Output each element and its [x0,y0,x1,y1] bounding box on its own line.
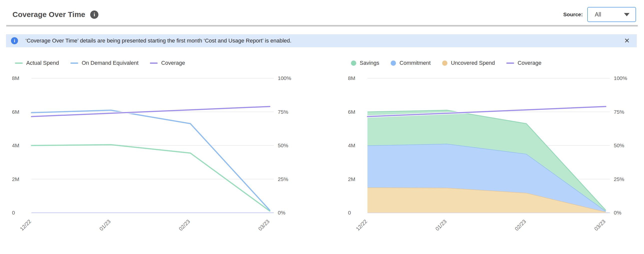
header-title-group: Coverage Over Time i [12,10,98,19]
legend-line-marker [15,63,23,64]
header-divider [6,25,638,27]
legend-item-coverage[interactable]: Coverage [506,60,541,66]
right-axis-tick-label: 25% [278,176,288,182]
legend-label: On Demand Equivalent [82,60,138,66]
series-line-actual-spend [32,145,270,211]
area-chart-canvas: 00%2M25%4M50%6M75%8M100%12/2201/2302/230… [346,71,638,236]
info-banner: i ‘Coverage Over Time’ details are being… [6,34,637,47]
legend-label: Commitment [400,60,431,66]
legend-label: Actual Spend [26,60,59,66]
source-control: Source: All [563,7,636,22]
x-axis-tick-label: 12/22 [19,218,32,232]
close-icon[interactable]: ✕ [624,38,630,44]
left-axis-tick-label: 0 [12,210,15,215]
left-axis-tick-label: 2M [348,176,355,182]
legend-label: Uncovered Spend [451,60,495,66]
right-axis-tick-label: 50% [614,142,624,148]
left-axis-tick-label: 0 [348,210,351,215]
x-axis-tick-label: 12/22 [355,218,368,232]
left-axis-tick-label: 8M [12,75,19,81]
area-chart-legend: SavingsCommitmentUncovered SpendCoverage [346,59,638,67]
x-axis-tick-label: 01/23 [98,218,112,232]
legend-item-coverage[interactable]: Coverage [150,60,185,66]
x-axis-tick-label: 03/23 [593,218,606,232]
banner-info-icon: i [11,37,18,44]
x-axis-tick-label: 01/23 [434,218,448,232]
right-axis-tick-label: 100% [614,75,627,81]
series-line-on-demand-equivalent [32,110,270,210]
legend-item-actual-spend[interactable]: Actual Spend [15,60,59,66]
left-axis-tick-label: 2M [12,176,19,182]
banner-message: ‘Coverage Over Time’ details are being p… [26,38,292,44]
coverage-line-chart: Actual SpendOn Demand EquivalentCoverage… [10,59,302,236]
right-axis-tick-label: 75% [278,109,288,115]
page-title: Coverage Over Time [12,10,85,19]
right-axis-tick-label: 25% [614,176,624,182]
x-axis-tick-label: 02/23 [178,218,191,232]
right-axis-tick-label: 100% [278,75,291,81]
x-axis-tick-label: 03/23 [257,218,270,232]
coverage-area-chart: SavingsCommitmentUncovered SpendCoverage… [346,59,638,236]
legend-item-uncovered-spend[interactable]: Uncovered Spend [442,60,495,66]
legend-dot-marker [391,61,396,66]
legend-item-on-demand-equivalent[interactable]: On Demand Equivalent [70,60,138,66]
source-dropdown[interactable]: All [587,7,636,22]
left-axis-tick-label: 4M [348,142,355,148]
line-chart-canvas: 00%2M25%4M50%6M75%8M100%12/2201/2302/230… [10,71,302,236]
legend-label: Savings [360,60,379,66]
right-axis-tick-label: 50% [278,142,288,148]
x-axis-tick-label: 02/23 [514,218,527,232]
right-axis-tick-label: 0% [614,210,621,215]
legend-line-marker [150,63,158,64]
legend-label: Coverage [518,60,541,66]
legend-line-marker [506,63,514,64]
right-axis-tick-label: 0% [278,210,285,215]
legend-dot-marker [442,61,448,66]
line-chart-legend: Actual SpendOn Demand EquivalentCoverage [10,59,302,67]
source-label: Source: [563,12,583,18]
info-icon[interactable]: i [90,11,98,19]
left-axis-tick-label: 4M [12,142,19,148]
legend-item-commitment[interactable]: Commitment [391,60,431,66]
left-axis-tick-label: 6M [12,109,19,115]
left-axis-tick-label: 6M [348,109,355,115]
legend-dot-marker [351,61,356,66]
source-dropdown-value: All [595,11,601,18]
panel-header: Coverage Over Time i Source: All [0,0,644,25]
right-axis-tick-label: 75% [614,109,624,115]
legend-line-marker [70,63,78,64]
left-axis-tick-label: 8M [348,75,355,81]
chevron-down-icon [624,13,630,16]
legend-item-savings[interactable]: Savings [351,60,379,66]
charts-row: Actual SpendOn Demand EquivalentCoverage… [0,59,644,236]
legend-label: Coverage [161,60,185,66]
